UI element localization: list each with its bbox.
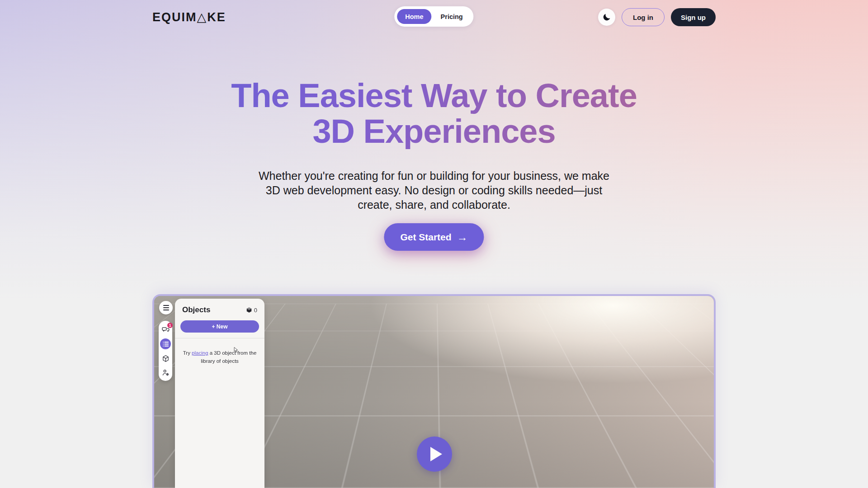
play-button[interactable] [417,436,452,472]
app-preview-window: 1 [152,294,716,488]
cube-count-icon [246,307,252,313]
object-count-value: 0 [254,307,257,314]
hero-description: Whether you're creating for fun or build… [255,169,613,212]
chat-notification-badge: 1 [167,323,173,328]
chat-button[interactable]: 1 [160,324,170,334]
signup-button[interactable]: Sign up [671,8,716,26]
top-navigation-bar: EQUIM△KE Home Pricing Log in Sign up [152,0,716,34]
get-started-label: Get Started [400,232,451,243]
hero-heading-line2: 3D Experiences [0,113,868,149]
hero-heading: The Easiest Way to Create 3D Experiences [0,78,868,149]
objects-panel: Objects 0 + New Try placing a 3D object … [175,299,264,488]
objects-list-button[interactable] [160,338,171,349]
tool-rail: 1 [159,321,172,381]
hamburger-icon [163,305,169,306]
placing-link[interactable]: placing [192,350,208,356]
header-actions: Log in Sign up [598,8,716,26]
nav-tab-home[interactable]: Home [397,9,431,24]
user-gear-icon [162,369,170,376]
get-started-button[interactable]: Get Started → [384,223,484,251]
mouse-cursor-icon [233,347,240,353]
objects-list-icon [162,340,170,348]
theme-toggle-button[interactable] [598,9,615,26]
objects-panel-title: Objects [182,305,210,314]
menu-button[interactable] [159,301,173,314]
play-icon [430,447,442,461]
object-library-button[interactable] [160,353,170,363]
object-counter: 0 [246,307,257,314]
avatar-settings-button[interactable] [160,367,170,377]
objects-panel-header: Objects 0 [175,299,264,319]
equimake-logo: EQUIM△KE [152,10,226,24]
nav-tab-pricing[interactable]: Pricing [433,9,471,24]
login-button[interactable]: Log in [622,8,665,26]
hero-heading-line1: The Easiest Way to Create [0,78,868,113]
moon-icon [602,13,611,22]
new-object-button[interactable]: + New [180,320,259,333]
arrow-right-icon: → [457,232,468,243]
empty-state-hint: Try placing a 3D object from the library… [175,349,264,366]
cube-icon [162,355,170,362]
panel-divider [175,338,264,338]
main-nav: Home Pricing [394,6,473,27]
